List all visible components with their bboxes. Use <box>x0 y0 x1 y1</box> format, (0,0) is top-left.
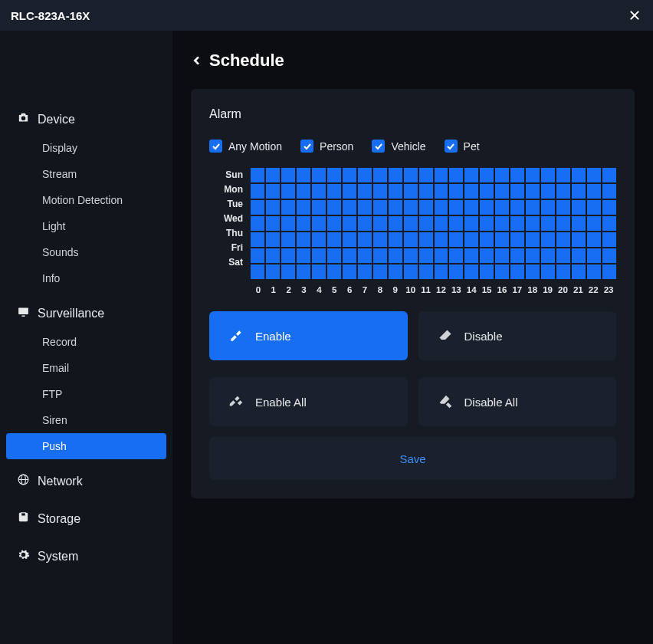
schedule-cell[interactable] <box>312 264 326 279</box>
schedule-cell[interactable] <box>572 248 586 263</box>
schedule-cell[interactable] <box>526 216 540 231</box>
schedule-cell[interactable] <box>358 168 372 182</box>
schedule-cell[interactable] <box>358 232 372 247</box>
schedule-cell[interactable] <box>343 264 356 279</box>
schedule-cell[interactable] <box>526 200 540 215</box>
schedule-cell[interactable] <box>281 248 295 263</box>
schedule-cell[interactable] <box>435 168 448 182</box>
schedule-cell[interactable] <box>297 248 310 263</box>
sidebar-section-device[interactable]: Device <box>0 104 172 135</box>
schedule-cell[interactable] <box>358 184 372 199</box>
schedule-cell[interactable] <box>404 216 418 231</box>
schedule-cell[interactable] <box>464 216 478 231</box>
sidebar-item-info[interactable]: Info <box>6 265 166 291</box>
schedule-cell[interactable] <box>556 216 570 231</box>
sidebar-item-push[interactable]: Push <box>6 433 166 459</box>
schedule-cell[interactable] <box>389 216 402 231</box>
schedule-cell[interactable] <box>358 264 372 279</box>
schedule-cell[interactable] <box>327 232 341 247</box>
schedule-cell[interactable] <box>602 248 616 263</box>
schedule-cell[interactable] <box>435 200 448 215</box>
schedule-cell[interactable] <box>572 200 586 215</box>
schedule-cell[interactable] <box>602 232 616 247</box>
schedule-cell[interactable] <box>281 264 295 279</box>
schedule-cell[interactable] <box>495 248 509 263</box>
schedule-cell[interactable] <box>343 232 356 247</box>
schedule-cell[interactable] <box>480 168 494 182</box>
schedule-cell[interactable] <box>587 248 601 263</box>
schedule-cell[interactable] <box>556 248 570 263</box>
schedule-cell[interactable] <box>556 200 570 215</box>
schedule-cell[interactable] <box>389 248 402 263</box>
sidebar-section-storage[interactable]: Storage <box>0 503 172 534</box>
schedule-cell[interactable] <box>297 232 310 247</box>
close-button[interactable] <box>627 8 642 23</box>
schedule-cell[interactable] <box>404 248 418 263</box>
schedule-cell[interactable] <box>572 168 586 182</box>
schedule-cell[interactable] <box>373 168 387 182</box>
schedule-cell[interactable] <box>541 264 555 279</box>
schedule-cell[interactable] <box>587 184 601 199</box>
schedule-cell[interactable] <box>327 200 341 215</box>
schedule-cell[interactable] <box>480 216 494 231</box>
schedule-cell[interactable] <box>419 216 433 231</box>
sidebar-item-display[interactable]: Display <box>6 135 166 161</box>
schedule-cell[interactable] <box>556 232 570 247</box>
schedule-cell[interactable] <box>251 168 264 182</box>
schedule-cell[interactable] <box>449 200 463 215</box>
schedule-cell[interactable] <box>541 248 555 263</box>
schedule-cell[interactable] <box>389 184 402 199</box>
schedule-cell[interactable] <box>281 200 295 215</box>
schedule-cell[interactable] <box>343 168 356 182</box>
schedule-cell[interactable] <box>464 200 478 215</box>
schedule-cell[interactable] <box>541 184 555 199</box>
schedule-cell[interactable] <box>419 200 433 215</box>
sidebar-item-stream[interactable]: Stream <box>6 161 166 187</box>
sidebar-item-record[interactable]: Record <box>6 329 166 355</box>
schedule-cell[interactable] <box>495 216 509 231</box>
sidebar-item-motion-detection[interactable]: Motion Detection <box>6 187 166 213</box>
schedule-cell[interactable] <box>480 248 494 263</box>
sidebar-item-sounds[interactable]: Sounds <box>6 239 166 265</box>
schedule-cell[interactable] <box>389 264 402 279</box>
schedule-cell[interactable] <box>266 248 280 263</box>
filter-pet[interactable]: Pet <box>445 140 480 153</box>
schedule-cell[interactable] <box>404 264 418 279</box>
schedule-cell[interactable] <box>435 216 448 231</box>
schedule-cell[interactable] <box>602 200 616 215</box>
schedule-cell[interactable] <box>526 232 540 247</box>
schedule-cell[interactable] <box>464 184 478 199</box>
schedule-cell[interactable] <box>343 184 356 199</box>
schedule-cell[interactable] <box>587 168 601 182</box>
schedule-cell[interactable] <box>495 200 509 215</box>
schedule-cell[interactable] <box>266 200 280 215</box>
schedule-cell[interactable] <box>373 264 387 279</box>
schedule-cell[interactable] <box>419 264 433 279</box>
schedule-cell[interactable] <box>373 232 387 247</box>
schedule-cell[interactable] <box>449 184 463 199</box>
schedule-cell[interactable] <box>343 216 356 231</box>
schedule-cell[interactable] <box>464 168 478 182</box>
schedule-cell[interactable] <box>435 264 448 279</box>
schedule-cell[interactable] <box>449 232 463 247</box>
schedule-cell[interactable] <box>297 168 310 182</box>
schedule-cell[interactable] <box>510 216 524 231</box>
schedule-cell[interactable] <box>297 200 310 215</box>
schedule-cell[interactable] <box>419 184 433 199</box>
schedule-cell[interactable] <box>327 168 341 182</box>
schedule-cell[interactable] <box>297 216 310 231</box>
schedule-cell[interactable] <box>358 200 372 215</box>
schedule-cell[interactable] <box>556 184 570 199</box>
schedule-cell[interactable] <box>251 200 264 215</box>
schedule-cell[interactable] <box>449 216 463 231</box>
schedule-cell[interactable] <box>312 184 326 199</box>
schedule-cell[interactable] <box>251 248 264 263</box>
schedule-cell[interactable] <box>312 200 326 215</box>
back-header[interactable]: Schedule <box>191 51 635 71</box>
schedule-cell[interactable] <box>510 200 524 215</box>
schedule-cell[interactable] <box>602 216 616 231</box>
schedule-cell[interactable] <box>297 264 310 279</box>
schedule-cell[interactable] <box>419 232 433 247</box>
schedule-cell[interactable] <box>480 232 494 247</box>
schedule-cell[interactable] <box>266 168 280 182</box>
